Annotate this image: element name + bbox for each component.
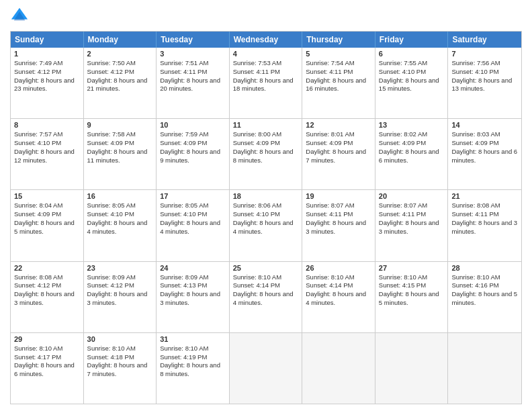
cell-info: Sunrise: 7:56 AM Sunset: 4:10 PM Dayligh… <box>451 59 518 93</box>
sunrise-label: Sunrise: 7:51 AM <box>160 59 208 66</box>
sunset-label: Sunset: 4:09 PM <box>306 139 353 146</box>
calendar-cell: 9 Sunrise: 7:58 AM Sunset: 4:09 PM Dayli… <box>84 119 157 189</box>
day-number: 17 <box>160 192 226 200</box>
sunset-label: Sunset: 4:19 PM <box>160 353 207 361</box>
sunset-label: Sunset: 4:16 PM <box>451 281 498 289</box>
cell-info: Sunrise: 8:01 AM Sunset: 4:09 PM Dayligh… <box>306 130 371 165</box>
sunset-label: Sunset: 4:11 PM <box>379 210 426 218</box>
daylight-label: Daylight: 8 hours and 16 minutes. <box>306 77 366 93</box>
cell-info: Sunrise: 8:05 AM Sunset: 4:10 PM Dayligh… <box>160 201 226 236</box>
day-number: 1 <box>14 50 80 58</box>
day-number: 21 <box>451 192 518 200</box>
calendar-cell: 8 Sunrise: 7:57 AM Sunset: 4:10 PM Dayli… <box>11 119 84 189</box>
sunrise-label: Sunrise: 8:10 AM <box>306 273 354 281</box>
daylight-label: Daylight: 8 hours and 5 minutes. <box>379 290 439 306</box>
cell-info: Sunrise: 7:49 AM Sunset: 4:12 PM Dayligh… <box>14 59 80 93</box>
daylight-label: Daylight: 8 hours and 3 minutes. <box>306 219 366 235</box>
sunrise-label: Sunrise: 8:07 AM <box>379 201 427 209</box>
sunset-label: Sunset: 4:10 PM <box>233 210 280 218</box>
header-day-sunday: Sunday <box>11 32 84 48</box>
sunrise-label: Sunrise: 7:58 AM <box>87 130 136 138</box>
sunrise-label: Sunrise: 8:01 AM <box>306 130 354 138</box>
daylight-label: Daylight: 8 hours and 8 minutes. <box>233 148 294 164</box>
daylight-label: Daylight: 8 hours and 18 minutes. <box>233 77 294 93</box>
calendar-cell: 2 Sunrise: 7:50 AM Sunset: 4:12 PM Dayli… <box>84 48 157 118</box>
cell-info: Sunrise: 8:05 AM Sunset: 4:10 PM Dayligh… <box>87 201 153 236</box>
calendar-header: SundayMondayTuesdayWednesdayThursdayFrid… <box>11 32 521 48</box>
calendar-cell: 4 Sunrise: 7:53 AM Sunset: 4:11 PM Dayli… <box>230 48 303 118</box>
day-number: 11 <box>233 121 299 129</box>
sunrise-label: Sunrise: 8:10 AM <box>87 345 136 352</box>
sunrise-label: Sunrise: 8:10 AM <box>379 273 427 281</box>
sunset-label: Sunset: 4:12 PM <box>14 68 61 75</box>
calendar-row-1: 1 Sunrise: 7:49 AM Sunset: 4:12 PM Dayli… <box>11 48 521 118</box>
daylight-label: Daylight: 8 hours and 4 minutes. <box>233 219 294 235</box>
day-number: 26 <box>306 264 371 272</box>
day-number: 25 <box>233 264 299 272</box>
calendar-body: 1 Sunrise: 7:49 AM Sunset: 4:12 PM Dayli… <box>11 48 521 404</box>
sunset-label: Sunset: 4:09 PM <box>233 139 280 146</box>
calendar-cell <box>448 333 521 404</box>
calendar-cell <box>302 333 375 404</box>
cell-info: Sunrise: 8:08 AM Sunset: 4:12 PM Dayligh… <box>14 273 80 308</box>
cell-info: Sunrise: 8:09 AM Sunset: 4:13 PM Dayligh… <box>160 273 226 308</box>
sunrise-label: Sunrise: 8:10 AM <box>233 273 281 281</box>
calendar-cell: 12 Sunrise: 8:01 AM Sunset: 4:09 PM Dayl… <box>302 119 375 189</box>
calendar-cell: 5 Sunrise: 7:54 AM Sunset: 4:11 PM Dayli… <box>302 48 375 118</box>
cell-info: Sunrise: 8:07 AM Sunset: 4:11 PM Dayligh… <box>306 201 371 236</box>
sunset-label: Sunset: 4:12 PM <box>14 281 61 289</box>
cell-info: Sunrise: 8:10 AM Sunset: 4:16 PM Dayligh… <box>451 273 518 308</box>
cell-info: Sunrise: 8:10 AM Sunset: 4:19 PM Dayligh… <box>160 345 226 379</box>
sunset-label: Sunset: 4:10 PM <box>160 210 207 218</box>
header-day-monday: Monday <box>84 32 157 48</box>
day-number: 8 <box>14 121 80 129</box>
day-number: 9 <box>87 121 153 129</box>
sunset-label: Sunset: 4:09 PM <box>451 139 498 146</box>
sunrise-label: Sunrise: 7:57 AM <box>14 130 62 138</box>
daylight-label: Daylight: 8 hours and 7 minutes. <box>306 148 366 164</box>
day-number: 22 <box>14 264 80 272</box>
daylight-label: Daylight: 8 hours and 11 minutes. <box>87 148 148 164</box>
sunrise-label: Sunrise: 7:49 AM <box>14 59 62 66</box>
calendar-cell: 17 Sunrise: 8:05 AM Sunset: 4:10 PM Dayl… <box>157 190 230 261</box>
sunset-label: Sunset: 4:09 PM <box>379 139 426 146</box>
calendar-cell: 6 Sunrise: 7:55 AM Sunset: 4:10 PM Dayli… <box>375 48 449 118</box>
calendar-cell: 19 Sunrise: 8:07 AM Sunset: 4:11 PM Dayl… <box>302 190 375 261</box>
cell-info: Sunrise: 8:06 AM Sunset: 4:10 PM Dayligh… <box>233 201 299 236</box>
daylight-label: Daylight: 8 hours and 12 minutes. <box>14 148 75 164</box>
day-number: 3 <box>160 50 226 58</box>
calendar-cell: 18 Sunrise: 8:06 AM Sunset: 4:10 PM Dayl… <box>230 190 303 261</box>
daylight-label: Daylight: 8 hours and 7 minutes. <box>87 361 148 377</box>
sunset-label: Sunset: 4:12 PM <box>87 281 134 289</box>
cell-info: Sunrise: 8:03 AM Sunset: 4:09 PM Dayligh… <box>451 130 518 165</box>
sunrise-label: Sunrise: 8:10 AM <box>14 345 62 352</box>
day-number: 14 <box>451 121 518 129</box>
sunrise-label: Sunrise: 8:08 AM <box>451 201 500 209</box>
sunrise-label: Sunrise: 7:56 AM <box>451 59 500 66</box>
logo-icon <box>10 7 29 26</box>
sunset-label: Sunset: 4:18 PM <box>87 353 134 361</box>
day-number: 30 <box>87 335 153 343</box>
header-day-thursday: Thursday <box>302 32 375 48</box>
calendar-cell: 25 Sunrise: 8:10 AM Sunset: 4:14 PM Dayl… <box>230 262 303 332</box>
calendar-cell: 11 Sunrise: 8:00 AM Sunset: 4:09 PM Dayl… <box>230 119 303 189</box>
daylight-label: Daylight: 8 hours and 4 minutes. <box>233 290 294 306</box>
sunrise-label: Sunrise: 8:09 AM <box>87 273 136 281</box>
day-number: 28 <box>451 264 518 272</box>
calendar-cell: 15 Sunrise: 8:04 AM Sunset: 4:09 PM Dayl… <box>11 190 84 261</box>
day-number: 12 <box>306 121 371 129</box>
cell-info: Sunrise: 7:53 AM Sunset: 4:11 PM Dayligh… <box>233 59 299 93</box>
daylight-label: Daylight: 8 hours and 3 minutes. <box>379 219 439 235</box>
cell-info: Sunrise: 7:58 AM Sunset: 4:09 PM Dayligh… <box>87 130 153 165</box>
sunrise-label: Sunrise: 8:10 AM <box>160 345 208 352</box>
cell-info: Sunrise: 8:08 AM Sunset: 4:11 PM Dayligh… <box>451 201 518 236</box>
calendar-cell: 23 Sunrise: 8:09 AM Sunset: 4:12 PM Dayl… <box>84 262 157 332</box>
daylight-label: Daylight: 8 hours and 4 minutes. <box>306 290 366 306</box>
calendar-cell: 22 Sunrise: 8:08 AM Sunset: 4:12 PM Dayl… <box>11 262 84 332</box>
calendar-cell: 21 Sunrise: 8:08 AM Sunset: 4:11 PM Dayl… <box>448 190 521 261</box>
cell-info: Sunrise: 8:10 AM Sunset: 4:18 PM Dayligh… <box>87 345 153 379</box>
day-number: 5 <box>306 50 371 58</box>
daylight-label: Daylight: 8 hours and 23 minutes. <box>14 77 75 93</box>
day-number: 29 <box>14 335 80 343</box>
cell-info: Sunrise: 8:10 AM Sunset: 4:15 PM Dayligh… <box>379 273 445 308</box>
